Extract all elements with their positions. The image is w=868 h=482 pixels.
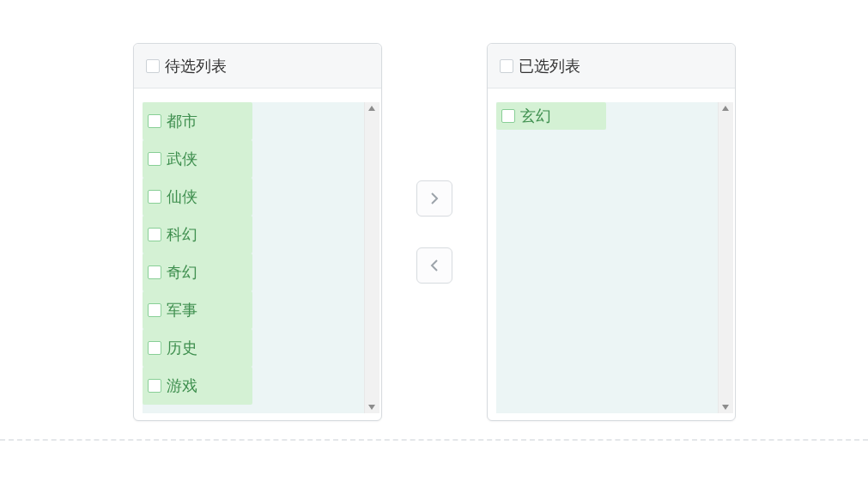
- target-list: 玄幻: [496, 102, 718, 413]
- move-left-button[interactable]: [416, 247, 452, 284]
- source-list: 都市武侠仙侠科幻奇幻军事历史游戏: [134, 102, 364, 413]
- item-label: 都市: [167, 111, 197, 131]
- list-item[interactable]: 都市: [143, 102, 252, 140]
- item-label: 仙侠: [167, 186, 197, 207]
- source-select-all-checkbox[interactable]: [146, 59, 160, 73]
- transfer-component: 待选列表 都市武侠仙侠科幻奇幻军事历史游戏 已选列表 玄幻: [0, 0, 868, 421]
- scrollbar-down-arrow-icon[interactable]: [721, 403, 730, 412]
- item-label: 武侠: [167, 149, 197, 169]
- source-panel-title: 待选列表: [165, 56, 227, 76]
- move-right-button[interactable]: [416, 180, 452, 217]
- scrollbar-down-arrow-icon[interactable]: [367, 403, 376, 412]
- target-select-all-checkbox[interactable]: [500, 59, 513, 73]
- item-label: 军事: [167, 300, 197, 320]
- svg-marker-1: [368, 405, 375, 410]
- item-checkbox[interactable]: [148, 303, 161, 317]
- target-panel-body: 玄幻: [488, 88, 735, 420]
- item-checkbox[interactable]: [148, 152, 161, 166]
- list-item[interactable]: 科幻: [143, 216, 252, 253]
- item-checkbox[interactable]: [148, 265, 161, 279]
- source-panel: 待选列表 都市武侠仙侠科幻奇幻军事历史游戏: [133, 43, 382, 421]
- svg-marker-2: [722, 106, 729, 111]
- item-checkbox[interactable]: [148, 190, 161, 204]
- list-item[interactable]: 历史: [143, 329, 252, 367]
- svg-marker-0: [368, 106, 375, 111]
- item-checkbox[interactable]: [501, 109, 515, 123]
- list-item[interactable]: 奇幻: [143, 253, 252, 291]
- section-divider: [0, 439, 868, 441]
- item-checkbox[interactable]: [148, 341, 161, 355]
- item-label: 游戏: [167, 375, 197, 396]
- scrollbar-up-arrow-icon[interactable]: [367, 104, 376, 113]
- item-label: 奇幻: [167, 262, 197, 283]
- target-panel-title: 已选列表: [519, 56, 580, 76]
- target-panel: 已选列表 玄幻: [487, 43, 736, 421]
- target-panel-header[interactable]: 已选列表: [488, 44, 735, 88]
- source-scrollbar[interactable]: [364, 102, 379, 413]
- item-label: 科幻: [167, 224, 197, 245]
- chevron-right-icon: [429, 192, 440, 204]
- list-item[interactable]: 玄幻: [496, 102, 606, 130]
- scrollbar-up-arrow-icon[interactable]: [721, 104, 730, 113]
- list-item[interactable]: 游戏: [143, 367, 252, 405]
- item-checkbox[interactable]: [148, 114, 161, 128]
- transfer-controls: [416, 180, 452, 284]
- svg-marker-3: [722, 405, 729, 410]
- item-checkbox[interactable]: [148, 379, 161, 393]
- list-item[interactable]: 军事: [143, 291, 252, 329]
- item-checkbox[interactable]: [148, 228, 161, 241]
- list-item[interactable]: 仙侠: [143, 178, 252, 216]
- source-panel-header[interactable]: 待选列表: [134, 44, 381, 88]
- target-scrollbar[interactable]: [718, 102, 733, 413]
- chevron-left-icon: [429, 259, 440, 272]
- item-label: 历史: [167, 338, 197, 358]
- list-item[interactable]: 武侠: [143, 140, 252, 178]
- source-panel-body: 都市武侠仙侠科幻奇幻军事历史游戏: [134, 88, 381, 420]
- item-label: 玄幻: [520, 106, 551, 126]
